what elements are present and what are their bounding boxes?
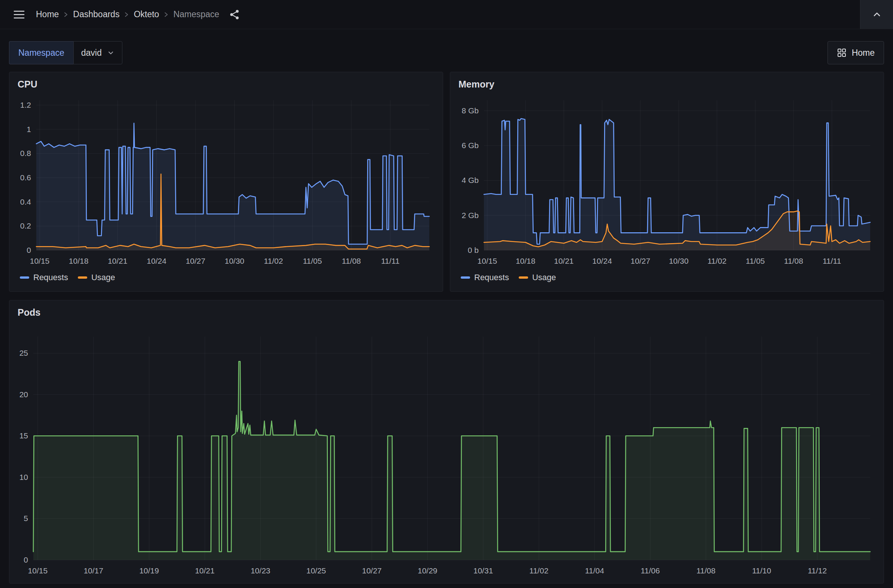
svg-text:15: 15 bbox=[20, 431, 28, 440]
svg-text:10/27: 10/27 bbox=[362, 566, 382, 575]
breadcrumb: HomeDashboardsOktetoNamespace bbox=[36, 9, 219, 20]
svg-text:0 b: 0 b bbox=[468, 246, 479, 254]
panel-memory-header: Memory bbox=[450, 72, 884, 91]
svg-text:25: 25 bbox=[20, 349, 28, 357]
svg-text:10/15: 10/15 bbox=[28, 566, 48, 575]
svg-text:6 Gb: 6 Gb bbox=[462, 141, 479, 150]
legend-item-usage[interactable]: Usage bbox=[78, 273, 115, 282]
breadcrumb-item-dashboards[interactable]: Dashboards bbox=[73, 9, 119, 20]
svg-text:20: 20 bbox=[20, 390, 28, 399]
memory-legend: RequestsUsage bbox=[450, 270, 884, 291]
svg-text:0: 0 bbox=[27, 246, 31, 254]
svg-text:10/30: 10/30 bbox=[669, 256, 689, 265]
svg-text:11/02: 11/02 bbox=[707, 256, 726, 265]
panel-memory: Memory 0 b2 Gb4 Gb6 Gb8 Gb10/1510/1810/2… bbox=[450, 72, 884, 292]
svg-text:0.2: 0.2 bbox=[20, 221, 31, 230]
legend-item-usage[interactable]: Usage bbox=[519, 273, 556, 282]
panel-title-pods[interactable]: Pods bbox=[18, 307, 41, 318]
dashboard-controls: Namespace david Home bbox=[9, 41, 884, 64]
apps-grid-icon bbox=[837, 48, 846, 58]
dashboard-body: Namespace david Home bbox=[0, 41, 893, 584]
svg-text:10/25: 10/25 bbox=[306, 566, 326, 575]
svg-text:0.4: 0.4 bbox=[20, 198, 32, 206]
svg-text:1.2: 1.2 bbox=[20, 100, 31, 109]
variable-value-text: david bbox=[81, 48, 102, 58]
svg-text:10/24: 10/24 bbox=[147, 256, 167, 265]
svg-text:10/18: 10/18 bbox=[516, 256, 535, 265]
grafana-app: HomeDashboardsOktetoNamespace Namespace … bbox=[0, 0, 893, 584]
svg-text:1: 1 bbox=[27, 125, 31, 134]
chevron-right-icon bbox=[124, 10, 129, 19]
svg-text:10/21: 10/21 bbox=[554, 256, 574, 265]
svg-text:10/21: 10/21 bbox=[108, 256, 128, 265]
svg-text:11/08: 11/08 bbox=[784, 256, 803, 265]
share-button[interactable] bbox=[227, 9, 242, 21]
svg-text:10/18: 10/18 bbox=[69, 256, 89, 265]
navbar: HomeDashboardsOktetoNamespace bbox=[0, 0, 893, 29]
svg-text:11/08: 11/08 bbox=[342, 256, 361, 265]
menu-button[interactable] bbox=[10, 7, 29, 22]
panel-title-memory[interactable]: Memory bbox=[459, 79, 495, 90]
cpu-legend: RequestsUsage bbox=[9, 270, 443, 291]
cpu-chart[interactable]: 00.20.40.60.811.210/1510/1810/2110/2410/… bbox=[9, 91, 443, 270]
chevron-right-icon bbox=[164, 10, 169, 19]
chevron-down-icon bbox=[107, 49, 114, 57]
legend-label: Requests bbox=[33, 273, 68, 282]
svg-text:0.6: 0.6 bbox=[20, 173, 31, 182]
home-button-label: Home bbox=[852, 48, 875, 58]
svg-text:11/02: 11/02 bbox=[529, 566, 548, 575]
svg-text:11/08: 11/08 bbox=[696, 566, 716, 575]
variable-label-namespace: Namespace bbox=[9, 41, 74, 64]
cpu-chart-area: 00.20.40.60.811.210/1510/1810/2110/2410/… bbox=[9, 91, 443, 270]
pods-chart[interactable]: 051015202510/1510/1710/1910/2110/2310/25… bbox=[9, 320, 884, 583]
legend-dash bbox=[20, 276, 29, 279]
breadcrumb-item-namespace: Namespace bbox=[173, 9, 219, 20]
panel-title-cpu[interactable]: CPU bbox=[18, 79, 38, 90]
svg-text:11/02: 11/02 bbox=[264, 256, 283, 265]
memory-chart[interactable]: 0 b2 Gb4 Gb6 Gb8 Gb10/1510/1810/2110/241… bbox=[450, 91, 884, 270]
panel-pods: Pods 051015202510/1510/1710/1910/2110/23… bbox=[9, 300, 884, 584]
breadcrumb-item-home[interactable]: Home bbox=[36, 9, 59, 20]
svg-text:11/06: 11/06 bbox=[641, 566, 660, 575]
svg-text:10/15: 10/15 bbox=[30, 256, 50, 265]
variable-value-dropdown[interactable]: david bbox=[74, 41, 122, 64]
legend-dash bbox=[519, 276, 528, 279]
legend-label: Requests bbox=[474, 273, 509, 282]
memory-chart-area: 0 b2 Gb4 Gb6 Gb8 Gb10/1510/1810/2110/241… bbox=[450, 91, 884, 270]
hamburger-icon bbox=[14, 10, 25, 20]
svg-text:10/29: 10/29 bbox=[418, 566, 437, 575]
legend-label: Usage bbox=[91, 273, 115, 282]
panel-cpu-header: CPU bbox=[9, 72, 443, 91]
svg-text:4 Gb: 4 Gb bbox=[462, 176, 479, 184]
svg-text:10/30: 10/30 bbox=[224, 256, 244, 265]
legend-dash bbox=[78, 276, 87, 279]
svg-text:10/21: 10/21 bbox=[195, 566, 215, 575]
chevron-right-icon bbox=[63, 10, 69, 19]
svg-text:11/11: 11/11 bbox=[822, 256, 841, 265]
legend-item-requests[interactable]: Requests bbox=[20, 273, 68, 282]
legend-dash bbox=[461, 276, 470, 279]
chevron-up-icon bbox=[872, 9, 882, 20]
svg-text:11/11: 11/11 bbox=[381, 256, 399, 265]
svg-text:11/05: 11/05 bbox=[303, 256, 322, 265]
share-icon bbox=[229, 9, 240, 20]
pods-chart-area: 051015202510/1510/1710/1910/2110/2310/25… bbox=[9, 320, 884, 583]
legend-label: Usage bbox=[532, 273, 556, 282]
svg-text:11/12: 11/12 bbox=[808, 566, 827, 575]
svg-text:8 Gb: 8 Gb bbox=[462, 106, 479, 115]
svg-text:10/27: 10/27 bbox=[631, 256, 651, 265]
collapse-nav-button[interactable] bbox=[860, 0, 893, 29]
svg-text:10/19: 10/19 bbox=[139, 566, 159, 575]
legend-item-requests[interactable]: Requests bbox=[461, 273, 509, 282]
svg-text:0: 0 bbox=[24, 555, 28, 564]
svg-text:11/04: 11/04 bbox=[585, 566, 604, 575]
home-button[interactable]: Home bbox=[827, 41, 884, 64]
svg-text:11/05: 11/05 bbox=[746, 256, 765, 265]
svg-text:10/23: 10/23 bbox=[251, 566, 271, 575]
namespace-variable-picker: Namespace david bbox=[9, 41, 122, 64]
top-panels-row: CPU 00.20.40.60.811.210/1510/1810/2110/2… bbox=[9, 72, 884, 292]
svg-text:10/27: 10/27 bbox=[186, 256, 206, 265]
breadcrumb-item-okteto[interactable]: Okteto bbox=[134, 9, 159, 20]
svg-text:0.8: 0.8 bbox=[20, 149, 31, 158]
svg-text:10/15: 10/15 bbox=[478, 256, 498, 265]
